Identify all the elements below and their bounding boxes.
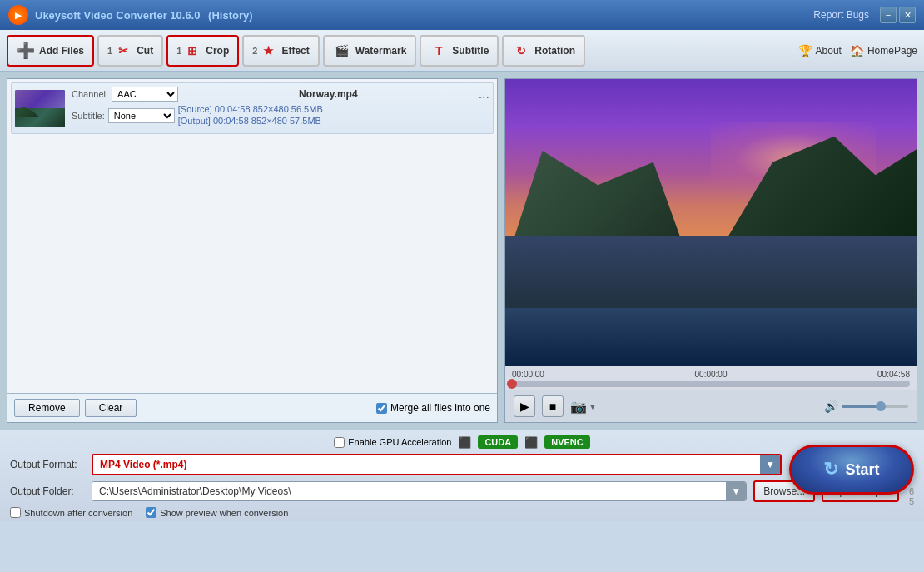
crop-button[interactable]: 1 ⊞ Crop — [166, 35, 239, 67]
folder-select-wrapper: ▼ — [92, 481, 747, 501]
nvidia-icon-right: ⬛ — [524, 436, 538, 449]
shutdown-option: Shutdown after conversion — [10, 507, 132, 518]
main-area: Channel: AAC Norway.mp4 ... Subtitle: No… — [0, 72, 924, 430]
rotation-icon: ↻ — [512, 42, 530, 60]
clear-button[interactable]: Clear — [85, 399, 137, 417]
format-row: Output Format: MP4 Video (*.mp4) ▼ 3 Out… — [10, 454, 914, 475]
file-menu-button[interactable]: ... — [479, 87, 489, 102]
report-bugs-link[interactable]: Report Bugs — [813, 9, 869, 21]
toolbar: ➕ Add Files 1 ✂ Cut 1 ⊞ Crop 2 ★ Effect … — [0, 30, 924, 72]
volume-icon: 🔊 — [824, 400, 838, 413]
format-select-wrapper: MP4 Video (*.mp4) ▼ — [92, 454, 782, 475]
file-panel: Channel: AAC Norway.mp4 ... Subtitle: No… — [7, 78, 498, 423]
time-labels: 00:00:00 00:00:00 00:04:58 — [512, 370, 910, 379]
merge-files-option: Merge all files into one — [376, 402, 490, 414]
gpu-checkbox[interactable] — [334, 437, 345, 448]
volume-slider[interactable] — [842, 405, 908, 408]
snapshot-arrow: ▼ — [589, 402, 597, 411]
remove-button[interactable]: Remove — [14, 399, 80, 417]
num5-badge: 5 — [792, 496, 914, 506]
title-bar: ▶ Ukeysoft Video Converter 10.6.0 (Histo… — [0, 0, 924, 30]
play-button[interactable]: ▶ — [514, 395, 535, 417]
file-item[interactable]: Channel: AAC Norway.mp4 ... Subtitle: No… — [11, 82, 494, 134]
watermark-button[interactable]: 🎬 Watermark — [323, 35, 417, 67]
homepage-button[interactable]: 🏠 HomePage — [850, 44, 917, 57]
video-preview — [505, 79, 917, 366]
preview-panel: 00:00:00 00:00:00 00:04:58 ▶ ■ 📷 ▼ 🔊 — [504, 78, 917, 423]
file-thumbnail — [15, 90, 65, 127]
file-meta: Channel: AAC Norway.mp4 ... Subtitle: No… — [72, 87, 489, 130]
app-logo: ▶ — [8, 5, 28, 25]
gpu-check: Enable GPU Acceleration — [334, 437, 451, 448]
options-row: Shutdown after conversion Show preview w… — [10, 507, 914, 518]
start-icon: ↻ — [823, 459, 838, 480]
format-dropdown-arrow[interactable]: ▼ — [760, 455, 780, 474]
folder-path-input[interactable] — [92, 482, 726, 500]
merge-files-checkbox[interactable] — [376, 403, 387, 414]
minimize-button[interactable]: − — [880, 7, 897, 23]
nvenc-badge: NVENC — [544, 435, 590, 449]
subtitle-select[interactable]: None — [108, 108, 175, 123]
effect-icon: ★ — [259, 42, 277, 60]
folder-row: Output Folder: ▼ Browse... Open Output 6 — [10, 480, 914, 502]
camera-icon: 📷 — [570, 399, 587, 415]
shutdown-checkbox[interactable] — [10, 507, 21, 518]
preview-water — [505, 308, 917, 366]
folder-dropdown-arrow[interactable]: ▼ — [726, 482, 746, 500]
volume-control: 🔊 — [824, 400, 908, 413]
start-panel: ↻ Start 5 — [789, 445, 914, 506]
about-icon: 🏆 — [798, 44, 812, 57]
preview-option: Show preview when conversion — [146, 507, 288, 518]
toolbar-right: 🏆 About 🏠 HomePage — [798, 44, 917, 57]
subtitle-icon: T — [430, 42, 448, 60]
preview-checkbox[interactable] — [146, 507, 156, 518]
snapshot-button[interactable]: 📷 ▼ — [570, 399, 597, 415]
cuda-badge: CUDA — [478, 435, 518, 449]
channel-select[interactable]: AAC — [112, 87, 178, 102]
stop-button[interactable]: ■ — [542, 395, 564, 417]
rotation-button[interactable]: ↻ Rotation — [502, 35, 585, 67]
app-title: Ukeysoft Video Converter 10.6.0 (History… — [35, 9, 813, 22]
nvidia-icon-left: ⬛ — [458, 436, 471, 449]
file-info: [Source] 00:04:58 852×480 56.5MB [Output… — [178, 104, 489, 127]
effect-button[interactable]: 2 ★ Effect — [242, 35, 319, 67]
subtitle-button[interactable]: T Subtitle — [420, 35, 499, 67]
close-button[interactable]: ✕ — [899, 7, 916, 23]
cut-icon: ✂ — [114, 42, 132, 60]
crop-icon: ⊞ — [183, 42, 201, 60]
start-button[interactable]: ↻ Start — [789, 445, 914, 495]
about-button[interactable]: 🏆 About — [798, 44, 842, 57]
progress-track[interactable] — [512, 381, 910, 387]
file-list: Channel: AAC Norway.mp4 ... Subtitle: No… — [7, 79, 497, 393]
add-files-icon: ➕ — [17, 42, 35, 60]
watermark-icon: 🎬 — [333, 42, 351, 60]
cut-button[interactable]: 1 ✂ Cut — [97, 35, 163, 67]
file-actions: Remove Clear Merge all files into one — [7, 393, 497, 422]
gpu-row: Enable GPU Acceleration ⬛ CUDA ⬛ NVENC — [10, 435, 914, 449]
format-select[interactable]: MP4 Video (*.mp4) — [93, 455, 760, 474]
bottom-controls: Enable GPU Acceleration ⬛ CUDA ⬛ NVENC O… — [0, 430, 924, 521]
home-icon: 🏠 — [850, 44, 864, 57]
player-controls: ▶ ■ 📷 ▼ 🔊 — [505, 390, 917, 422]
bottom-wrapper: Enable GPU Acceleration ⬛ CUDA ⬛ NVENC O… — [0, 430, 924, 521]
timeline-bar: 00:00:00 00:00:00 00:04:58 — [505, 366, 917, 390]
thumbnail-image — [15, 90, 65, 127]
add-files-button[interactable]: ➕ Add Files — [7, 35, 94, 67]
progress-thumb[interactable] — [507, 379, 517, 389]
